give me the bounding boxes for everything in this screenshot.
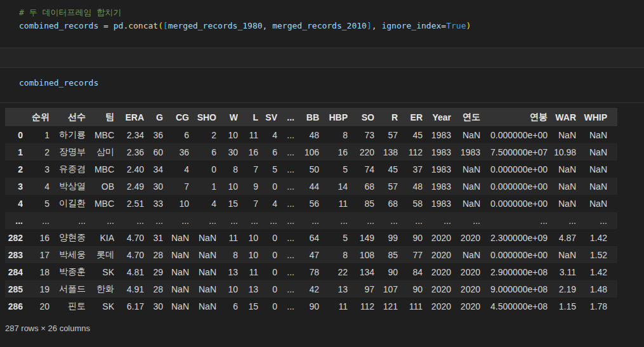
table-cell: 17 [23, 246, 49, 263]
table-cell: 29 [144, 263, 163, 280]
table-cell: 14 [319, 178, 348, 195]
table-cell: 0.000000e+00 [480, 178, 548, 195]
code-token-variable: pd [114, 21, 124, 30]
table-cell: 13 [238, 280, 258, 298]
table-cell: 2 [23, 143, 49, 160]
table-cell: 90 [398, 280, 423, 298]
table-cell: 박세웅 [49, 246, 86, 263]
table-cell: 33 [144, 195, 163, 212]
table-cell: 4.500000e+08 [480, 298, 548, 315]
table-cell: 77 [398, 246, 423, 263]
table-cell: ... [86, 212, 114, 229]
table-cell: 19 [23, 280, 49, 298]
table-cell: SK [86, 298, 114, 315]
row-index: ... [5, 212, 23, 229]
table-cell: 0 [258, 229, 277, 246]
table-cell: 20 [23, 298, 49, 315]
dataframe-shape-label: 287 rows × 26 columns [5, 324, 644, 333]
table-cell: ... [480, 212, 548, 229]
table-cell: NaN [189, 280, 216, 298]
table-row: 28317박세웅롯데4.7028NaNNaN8100...47810885772… [5, 246, 617, 263]
table-cell: 78 [294, 263, 319, 280]
column-header: 팀 [86, 108, 114, 126]
table-cell: 44 [294, 178, 319, 195]
dataframe-table: 순위선수팀ERAGCGSHOWLSV...BBHBPSORERYear연도연봉W… [5, 108, 617, 315]
table-cell: 68 [348, 178, 374, 195]
table-cell: 85 [348, 195, 374, 212]
table-cell: 36 [163, 143, 189, 160]
table-cell: 2020 [423, 229, 451, 246]
column-header: 연봉 [480, 108, 548, 126]
table-cell: 2.300000e+09 [480, 229, 548, 246]
table-cell: 45 [374, 160, 398, 178]
code-cell-display[interactable]: combined_records [0, 68, 644, 103]
row-index: 286 [5, 298, 23, 315]
code-token-paren: ) [466, 21, 471, 30]
code-cell-concat[interactable]: # 두 데이터프레임 합치기combined_records = pd.conc… [0, 0, 644, 48]
table-cell: 64 [294, 229, 319, 246]
table-cell: 4 [258, 195, 277, 212]
table-cell: 2.36 [114, 143, 144, 160]
table-cell: 4 [23, 178, 49, 195]
column-header: WAR [548, 108, 576, 126]
code-token-plain: = [441, 21, 446, 30]
table-cell: ... [277, 280, 294, 298]
table-cell: 45 [398, 126, 423, 143]
column-header: HBP [319, 108, 348, 126]
table-cell: ... [189, 212, 216, 229]
table-cell: 0 [258, 246, 277, 263]
table-cell: NaN [548, 126, 576, 143]
table-cell: ... [277, 298, 294, 315]
table-cell: NaN [576, 143, 617, 160]
code-line: combined_records [19, 76, 644, 89]
table-cell: 57 [374, 178, 398, 195]
table-cell: 97 [348, 280, 374, 298]
table-cell: 하기룡 [49, 126, 86, 143]
column-header: ERA [114, 108, 144, 126]
table-cell: 9.000000e+08 [480, 280, 548, 298]
table-row: 45이길환MBC2.51331041574...56118568581983Na… [5, 195, 617, 212]
table-cell: 60 [144, 143, 163, 160]
table-cell: 4.70 [114, 229, 144, 246]
table-cell: ... [348, 212, 374, 229]
table-cell: 1983 [423, 195, 451, 212]
table-cell: 5 [258, 160, 277, 178]
table-cell: 30 [144, 298, 163, 315]
table-cell: 1 [23, 126, 49, 143]
column-header: Year [423, 108, 451, 126]
output-area: 순위선수팀ERAGCGSHOWLSV...BBHBPSORERYear연도연봉W… [0, 103, 644, 333]
table-cell: 10 [216, 178, 238, 195]
column-header: CG [163, 108, 189, 126]
table-cell: 11 [238, 263, 258, 280]
table-cell: 1.42 [576, 229, 617, 246]
table-cell: 10 [216, 126, 238, 143]
table-cell: ... [398, 212, 423, 229]
table-cell: 2020 [423, 280, 451, 298]
table-cell: NaN [451, 126, 480, 143]
table-cell: ... [277, 160, 294, 178]
table-cell: 48 [294, 126, 319, 143]
column-header: 선수 [49, 108, 86, 126]
table-cell: ... [49, 212, 86, 229]
row-index: 4 [5, 195, 23, 212]
table-cell: 34 [144, 160, 163, 178]
table-cell: 2020 [451, 263, 480, 280]
table-cell: 37 [398, 160, 423, 178]
table-cell: NaN [189, 263, 216, 280]
table-cell: 5 [319, 229, 348, 246]
table-cell: 8 [216, 160, 238, 178]
table-cell: 2.51 [114, 195, 144, 212]
table-cell: 1.42 [576, 263, 617, 280]
column-header: 연도 [451, 108, 480, 126]
column-header: G [144, 108, 163, 126]
table-cell: ... [294, 212, 319, 229]
table-cell: 8 [319, 126, 348, 143]
table-cell: 13 [319, 280, 348, 298]
table-cell: 0 [258, 263, 277, 280]
table-cell: 74 [348, 160, 374, 178]
table-cell: 84 [398, 263, 423, 280]
table-cell: 0 [258, 280, 277, 298]
table-cell: 138 [374, 143, 398, 160]
table-cell: 유종겸 [49, 160, 86, 178]
table-cell: 90 [294, 298, 319, 315]
